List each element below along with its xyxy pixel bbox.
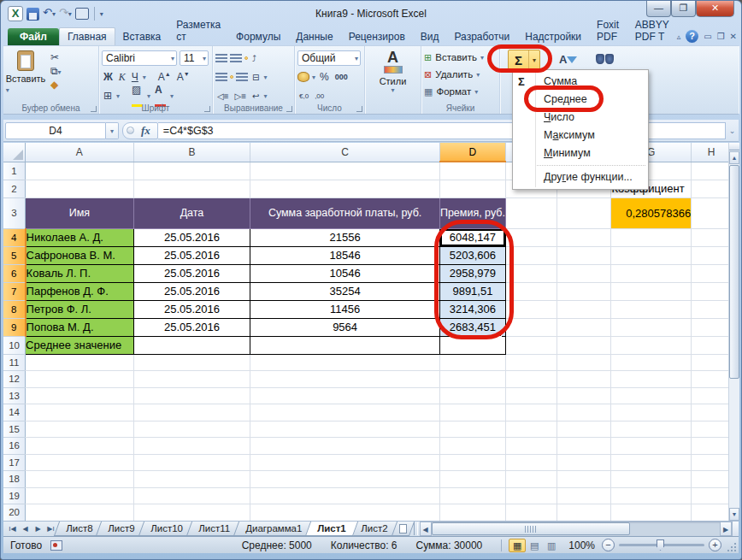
- cell-G13[interactable]: [611, 387, 692, 404]
- menu-item-Сумма[interactable]: ΣСумма: [513, 73, 648, 91]
- cell-C6[interactable]: 10546: [250, 264, 440, 282]
- bold-button[interactable]: Ж: [102, 71, 115, 83]
- cell-A9[interactable]: Попова М. Д.: [26, 318, 134, 336]
- zoom-slider-thumb[interactable]: [657, 539, 664, 551]
- font-name-select[interactable]: Calibri▾: [102, 50, 177, 66]
- cell-B3[interactable]: Дата: [133, 197, 250, 228]
- normal-view-button[interactable]: ▦: [509, 539, 526, 552]
- cell-C12[interactable]: [250, 371, 440, 388]
- menu-item-Число[interactable]: Число: [513, 109, 648, 127]
- increase-decimal-icon[interactable]: €,0: [297, 92, 310, 100]
- font-dialog-launcher[interactable]: [204, 106, 210, 112]
- cell-A8[interactable]: Петров Ф. Л.: [26, 300, 134, 318]
- menu-item-Минимум[interactable]: Минимум: [513, 144, 648, 162]
- row-header-9[interactable]: 9: [3, 318, 26, 336]
- col-header-D[interactable]: D: [439, 143, 505, 162]
- cell-E13[interactable]: [505, 387, 556, 404]
- cell-C4[interactable]: 21556: [250, 228, 440, 246]
- cell-D3[interactable]: Премия, руб.: [439, 197, 505, 228]
- cell-D12[interactable]: [439, 371, 505, 388]
- cell-F9[interactable]: [557, 318, 611, 336]
- zoom-in-icon[interactable]: +: [709, 539, 721, 551]
- paste-button[interactable]: Вставить ▾: [6, 49, 45, 94]
- prev-sheet-icon[interactable]: ◀: [20, 525, 31, 533]
- vertical-split-box[interactable]: [729, 143, 739, 150]
- cell-F19[interactable]: [557, 487, 611, 504]
- borders-icon[interactable]: ⊞: [102, 90, 114, 102]
- cell-C5[interactable]: 18546: [250, 246, 440, 264]
- cell-F11[interactable]: [557, 354, 611, 371]
- minimize-ribbon-icon[interactable]: ▵: [677, 32, 681, 41]
- cell-A7[interactable]: Парфенов Д. Ф.: [26, 282, 134, 300]
- insert-cells-button[interactable]: ⊞ Вставить▾: [424, 49, 497, 66]
- grow-font-button[interactable]: А▲: [156, 71, 173, 83]
- zoom-out-icon[interactable]: −: [602, 539, 615, 551]
- alignment-dialog-launcher[interactable]: [286, 106, 292, 112]
- cell-C16[interactable]: [250, 438, 440, 455]
- expand-formula-bar-icon[interactable]: ⌄: [726, 122, 739, 139]
- minimize-button[interactable]: —: [646, 1, 671, 17]
- orientation-icon[interactable]: ⤴: [250, 54, 258, 63]
- cell-F7[interactable]: [557, 282, 611, 300]
- number-format-select[interactable]: Общий▾: [297, 50, 361, 66]
- cell-B20[interactable]: [133, 504, 250, 522]
- number-dialog-launcher[interactable]: [356, 106, 362, 112]
- cell-H1[interactable]: [692, 162, 732, 180]
- cell-A6[interactable]: Коваль Л. П.: [26, 264, 134, 282]
- cell-G9[interactable]: [611, 318, 692, 336]
- cut-icon[interactable]: ✂: [49, 51, 63, 63]
- cell-H9[interactable]: [692, 318, 732, 336]
- cell-A11[interactable]: [26, 354, 134, 371]
- cell-F20[interactable]: [557, 504, 611, 522]
- name-box-arrow[interactable]: ▾: [106, 122, 119, 139]
- cell-A15[interactable]: [26, 421, 134, 438]
- cell-E16[interactable]: [505, 438, 556, 455]
- horizontal-scrollbar[interactable]: ◀ ▶: [420, 522, 732, 536]
- macro-record-icon[interactable]: [50, 540, 62, 551]
- row-header-14[interactable]: 14: [3, 404, 26, 421]
- align-left-icon[interactable]: [215, 73, 227, 81]
- find-select-button[interactable]: [596, 50, 614, 68]
- page-break-view-button[interactable]: ▥: [543, 539, 560, 552]
- cell-E19[interactable]: [505, 487, 556, 504]
- col-header-A[interactable]: A: [26, 143, 134, 162]
- ribbon-tab-Вставка[interactable]: Вставка: [115, 28, 169, 45]
- scroll-down-icon[interactable]: ▼: [729, 508, 739, 521]
- cell-E12[interactable]: [505, 371, 556, 388]
- cell-B7[interactable]: 25.05.2016: [133, 282, 250, 300]
- row-header-17[interactable]: 17: [3, 454, 26, 471]
- cell-H8[interactable]: [692, 300, 732, 318]
- resize-grip[interactable]: [727, 542, 737, 552]
- ribbon-tab-Разработчи[interactable]: Разработчи: [447, 28, 518, 45]
- cell-G17[interactable]: [611, 454, 692, 471]
- cell-F4[interactable]: [557, 228, 611, 246]
- cell-E4[interactable]: [505, 228, 556, 246]
- workbook-restore-icon[interactable]: ❐: [717, 31, 725, 43]
- cell-F15[interactable]: [557, 421, 611, 438]
- cell-F10[interactable]: [557, 336, 611, 354]
- cell-D5[interactable]: 5203,606: [439, 246, 505, 264]
- cell-E7[interactable]: [505, 282, 556, 300]
- menu-item-Другиефункции[interactable]: Другие функции...: [513, 168, 648, 186]
- tab-scrollbar-splitter[interactable]: [414, 522, 418, 535]
- cell-D11[interactable]: [439, 354, 505, 371]
- select-all-corner[interactable]: [3, 143, 26, 162]
- cell-A3[interactable]: Имя: [26, 197, 134, 228]
- cell-A10[interactable]: Среднее значение: [26, 336, 134, 354]
- cell-B18[interactable]: [133, 471, 250, 488]
- cell-G7[interactable]: [611, 282, 692, 300]
- cell-C14[interactable]: [250, 404, 440, 421]
- first-sheet-icon[interactable]: Ι◀: [7, 525, 18, 533]
- cell-D4[interactable]: 6048,147: [439, 228, 505, 246]
- cell-H12[interactable]: [692, 371, 732, 388]
- row-header-8[interactable]: 8: [3, 300, 26, 318]
- cell-D9[interactable]: 2683,451: [439, 318, 505, 336]
- cell-C19[interactable]: [250, 487, 440, 504]
- cell-C7[interactable]: 35254: [250, 282, 440, 300]
- cell-B1[interactable]: [133, 162, 250, 180]
- cell-G14[interactable]: [611, 404, 692, 421]
- cell-G18[interactable]: [611, 471, 692, 488]
- cell-A16[interactable]: [26, 438, 134, 455]
- cell-H5[interactable]: [692, 246, 732, 264]
- clipboard-dialog-launcher[interactable]: [91, 106, 97, 112]
